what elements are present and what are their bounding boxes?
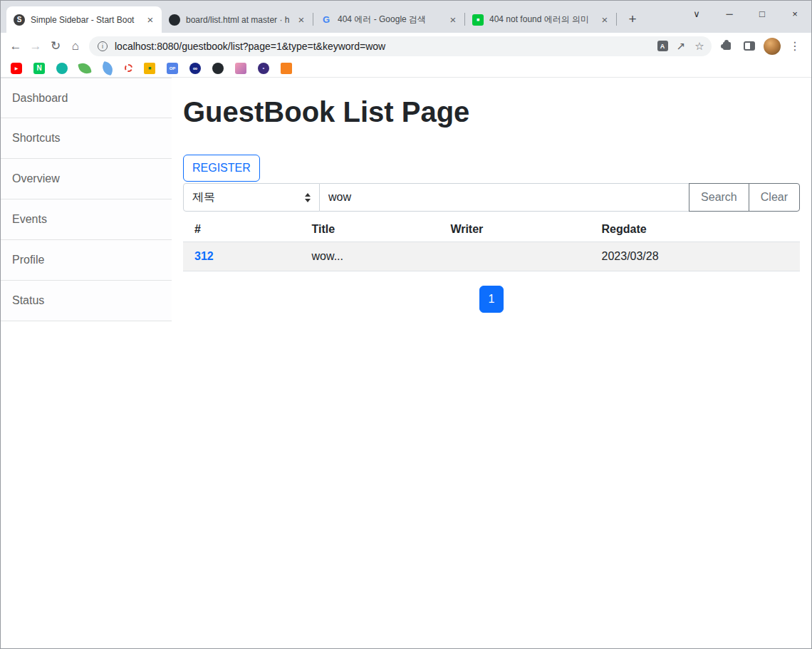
- col-writer-header: Writer: [439, 217, 590, 242]
- bookmarks-bar: ▶ N ■ OP ∞ •: [1, 59, 811, 78]
- clear-button[interactable]: Clear: [749, 183, 800, 212]
- tab-google-search-404[interactable]: G 404 에러 - Google 검색 ×: [313, 6, 464, 33]
- site-info-icon[interactable]: i: [98, 41, 108, 51]
- home-button[interactable]: ⌂: [66, 36, 85, 56]
- tab-close-icon[interactable]: ×: [599, 14, 610, 26]
- bookmark-github-icon[interactable]: [212, 63, 224, 74]
- row-number-link[interactable]: 312: [194, 250, 214, 262]
- sidebar: Dashboard Shortcuts Overview Events Prof…: [1, 78, 172, 648]
- page-1-button[interactable]: 1: [479, 286, 504, 313]
- reload-button[interactable]: ↻: [46, 36, 66, 56]
- bookmark-dashed-circle-icon[interactable]: [125, 64, 132, 72]
- back-button[interactable]: ←: [6, 36, 26, 56]
- row-title-cell: wow...: [301, 242, 439, 271]
- startbootstrap-favicon-icon: S: [14, 14, 25, 26]
- translate-glyph: A: [657, 41, 668, 51]
- tab-close-icon[interactable]: ×: [296, 14, 307, 26]
- minimize-button[interactable]: ─: [713, 2, 746, 25]
- tab-github-board-list[interactable]: board/list.html at master · h ×: [162, 6, 313, 33]
- maximize-button[interactable]: □: [746, 2, 779, 25]
- register-button[interactable]: REGISTER: [183, 155, 260, 182]
- browser-toolbar: ← → ↻ ⌂ i localhost:8080/guestbook/list?…: [1, 33, 811, 59]
- search-type-select[interactable]: 제목: [183, 183, 320, 212]
- sidebar-item-profile[interactable]: Profile: [1, 240, 172, 281]
- row-number-cell: 312: [183, 242, 301, 271]
- search-button[interactable]: Search: [689, 183, 749, 212]
- bookmark-youtube-icon[interactable]: ▶: [11, 63, 22, 74]
- bookmark-purple-icon[interactable]: •: [258, 63, 269, 74]
- search-keyword-input[interactable]: [320, 183, 689, 212]
- sidebar-item-dashboard[interactable]: Dashboard: [1, 78, 172, 118]
- sidebar-item-status[interactable]: Status: [1, 281, 172, 321]
- search-type-value: 제목: [192, 190, 305, 205]
- page-title: GuestBook List Page: [183, 95, 800, 129]
- tab-separator: [616, 13, 617, 26]
- bookmark-naver-icon[interactable]: N: [33, 63, 45, 74]
- new-tab-button[interactable]: +: [623, 9, 642, 29]
- search-bar: 제목 Search Clear: [183, 183, 800, 212]
- side-panel-glyph: [744, 41, 755, 51]
- tab-close-icon[interactable]: ×: [145, 14, 156, 26]
- col-title-header: Title: [301, 217, 439, 242]
- translate-icon[interactable]: A: [653, 37, 672, 56]
- tab-title: 404 not found 에러의 의미: [489, 14, 593, 26]
- bookmark-navy-icon[interactable]: ∞: [189, 63, 201, 74]
- table-header-row: # Title Writer Regdate: [183, 217, 800, 242]
- profile-avatar[interactable]: [762, 36, 782, 56]
- bookmark-blue-leaf-icon[interactable]: [100, 61, 115, 76]
- sidebar-item-events[interactable]: Events: [1, 199, 172, 240]
- side-panel-icon[interactable]: [739, 36, 759, 56]
- tab-title: board/list.html at master · h: [186, 15, 290, 25]
- window-controls: ∨ ─ □ ×: [680, 2, 811, 25]
- github-favicon-icon: [169, 14, 180, 26]
- tab-title: Simple Sidebar - Start Boot: [31, 15, 139, 25]
- url-text: localhost:8080/guestbook/list?page=1&typ…: [115, 41, 653, 52]
- tab-strip: S Simple Sidebar - Start Boot × board/li…: [1, 1, 811, 33]
- puzzle-icon: [723, 42, 731, 50]
- google-favicon-icon: G: [321, 14, 332, 26]
- bookmark-photo-icon[interactable]: [235, 63, 246, 74]
- bookmark-opgg-icon[interactable]: OP: [167, 63, 178, 74]
- bookmark-green-leaf-icon[interactable]: [78, 61, 92, 76]
- forward-button[interactable]: →: [26, 36, 46, 56]
- bookmark-classroom-icon[interactable]: ■: [144, 63, 155, 74]
- bookmark-star-icon[interactable]: ☆: [690, 37, 709, 56]
- tab-404-not-found[interactable]: ■ 404 not found 에러의 의미 ×: [465, 6, 616, 33]
- tab-search-chevron-icon[interactable]: ∨: [680, 2, 713, 25]
- close-window-button[interactable]: ×: [779, 2, 811, 25]
- menu-icon[interactable]: ⋮: [785, 36, 805, 56]
- sidebar-item-shortcuts[interactable]: Shortcuts: [1, 118, 172, 159]
- bookmark-teal-icon[interactable]: [56, 63, 68, 74]
- pagination: 1: [183, 286, 800, 313]
- bookmark-orange-cube-icon[interactable]: [281, 63, 292, 74]
- row-regdate-cell: 2023/03/28: [590, 242, 800, 271]
- address-bar[interactable]: i localhost:8080/guestbook/list?page=1&t…: [89, 36, 712, 56]
- table-row: 312 wow... 2023/03/28: [183, 242, 800, 271]
- extensions-icon[interactable]: [717, 36, 736, 56]
- chat-favicon-icon: ■: [472, 14, 484, 26]
- col-regdate-header: Regdate: [590, 217, 800, 242]
- col-number-header: #: [183, 217, 301, 242]
- tab-title: 404 에러 - Google 검색: [338, 14, 442, 26]
- browser-window: S Simple Sidebar - Start Boot × board/li…: [0, 0, 812, 649]
- page-content: Dashboard Shortcuts Overview Events Prof…: [1, 78, 811, 648]
- sidebar-item-overview[interactable]: Overview: [1, 159, 172, 199]
- toolbar-actions: ⋮: [715, 36, 806, 56]
- tab-simple-sidebar[interactable]: S Simple Sidebar - Start Boot ×: [6, 6, 162, 33]
- row-writer-cell: [439, 242, 590, 271]
- avatar-image: [764, 38, 781, 55]
- select-arrows-icon: [305, 193, 311, 202]
- tab-close-icon[interactable]: ×: [447, 14, 459, 26]
- share-icon[interactable]: ↗: [672, 37, 690, 56]
- guestbook-table: # Title Writer Regdate 312 wow... 2023/0…: [183, 217, 800, 271]
- main-content: GuestBook List Page REGISTER 제목 Search C…: [172, 78, 811, 648]
